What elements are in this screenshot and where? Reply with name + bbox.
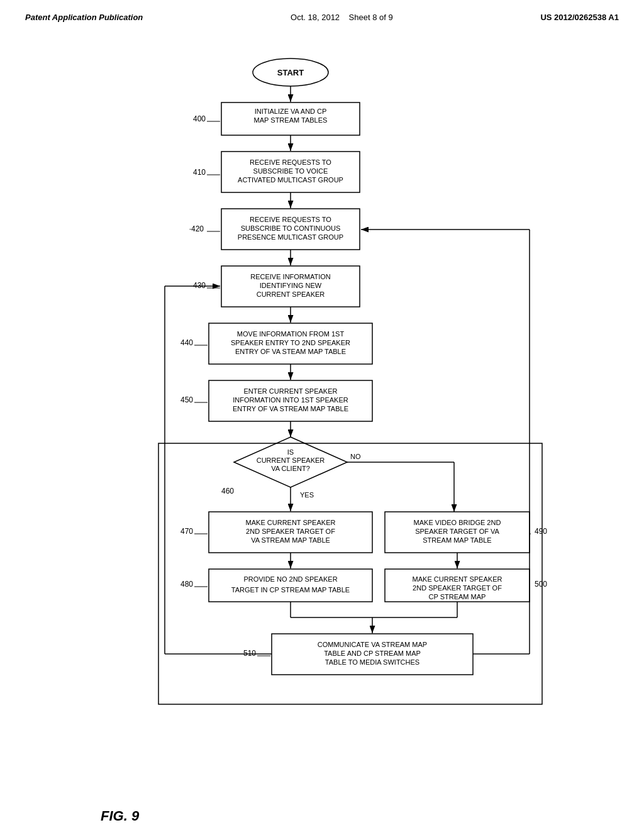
svg-text:TABLE TO MEDIA SWITCHES: TABLE TO MEDIA SWITCHES (325, 658, 419, 666)
svg-text:TABLE AND CP STREAM MAP: TABLE AND CP STREAM MAP (324, 650, 421, 657)
node-410-text: RECEIVE REQUESTS TO (250, 158, 331, 166)
diamond-line3: VA CLIENT? (271, 465, 310, 472)
diamond-line2: CURRENT SPEAKER (257, 456, 325, 464)
svg-text:2ND SPEAKER TARGET OF: 2ND SPEAKER TARGET OF (413, 584, 502, 592)
svg-rect-45 (209, 569, 372, 602)
svg-text:SUBSCRIBE TO VOICE: SUBSCRIBE TO VOICE (253, 167, 328, 175)
svg-text:VA STREAM MAP TABLE: VA STREAM MAP TABLE (251, 536, 330, 544)
page-header: Patent Application Publication Oct. 18, … (25, 13, 619, 22)
svg-text:ACTIVATED MULTICAST GROUP: ACTIVATED MULTICAST GROUP (238, 176, 343, 184)
svg-text:SPEAKER ENTRY TO 2ND SPEAKER: SPEAKER ENTRY TO 2ND SPEAKER (231, 339, 350, 346)
yes-label: YES (300, 491, 314, 499)
node-440-text: MOVE INFORMATION FROM 1ST (237, 330, 345, 338)
no-label: NO (350, 453, 361, 460)
svg-text:PRESENCE MULTICAST GROUP: PRESENCE MULTICAST GROUP (238, 233, 343, 241)
header-date-sheet: Oct. 18, 2012 Sheet 8 of 9 (291, 13, 393, 22)
node-450-text: ENTER CURRENT SPEAKER (244, 387, 338, 395)
svg-text:SUBSCRIBE TO CONTINUOUS: SUBSCRIBE TO CONTINUOUS (241, 224, 341, 232)
node-500-text: MAKE CURRENT SPEAKER (413, 575, 502, 583)
svg-text:MAP STREAM TABLES: MAP STREAM TABLES (254, 116, 328, 124)
label-490: 490 (535, 527, 547, 536)
svg-text:CURRENT SPEAKER: CURRENT SPEAKER (257, 290, 325, 298)
node-400-text: INITIALIZE VA AND CP (255, 108, 327, 115)
node-510-text: COMMUNICATE VA STREAM MAP (318, 641, 427, 648)
svg-text:TARGET IN CP STREAM MAP TABLE: TARGET IN CP STREAM MAP TABLE (231, 586, 350, 594)
node-490-text: MAKE VIDEO BRIDGE 2ND (414, 519, 501, 526)
node-420-text: RECEIVE REQUESTS TO (250, 216, 331, 223)
svg-text:IDENTIFYING NEW: IDENTIFYING NEW (260, 282, 322, 289)
svg-text:CP STREAM MAP: CP STREAM MAP (429, 593, 486, 600)
node-480-text: PROVIDE NO 2ND SPEAKER (243, 575, 337, 583)
flowchart-container: START INITIALIZE VA AND CP MAP STREAM TA… (25, 41, 619, 824)
svg-text:ENTRY OF VA STEAM MAP TABLE: ENTRY OF VA STEAM MAP TABLE (235, 348, 346, 355)
label-460: 460 (221, 487, 234, 495)
svg-text:INFORMATION INTO 1ST SPEAKER: INFORMATION INTO 1ST SPEAKER (233, 396, 348, 404)
node-430-text: RECEIVE INFORMATION (250, 273, 331, 280)
header-publication-label: Patent Application Publication (25, 13, 143, 22)
label-400: 400 (193, 114, 206, 123)
header-patent-number: US 2012/0262538 A1 (540, 13, 619, 22)
label-430: 430 (193, 281, 206, 290)
start-label: START (277, 68, 304, 77)
diamond-line1: IS (287, 448, 294, 456)
svg-text:STREAM MAP TABLE: STREAM MAP TABLE (423, 536, 491, 544)
svg-text:SPEAKER TARGET OF VA: SPEAKER TARGET OF VA (415, 528, 499, 535)
svg-text:2ND SPEAKER TARGET OF: 2ND SPEAKER TARGET OF (246, 528, 335, 535)
node-470-text: MAKE CURRENT SPEAKER (246, 519, 336, 526)
label-420: ·420 (189, 224, 204, 233)
label-440: 440 (180, 338, 193, 347)
page: Patent Application Publication Oct. 18, … (0, 0, 644, 830)
label-450: 450 (180, 396, 193, 404)
svg-text:ENTRY OF VA STREAM MAP TABLE: ENTRY OF VA STREAM MAP TABLE (233, 405, 348, 412)
label-510: 510 (243, 649, 256, 658)
figure-label: FIG. 9 (101, 808, 619, 824)
label-470: 470 (180, 527, 193, 536)
flowchart-svg: START INITIALIZE VA AND CP MAP STREAM TA… (77, 41, 567, 795)
label-480: 480 (180, 580, 193, 589)
label-500: 500 (535, 580, 547, 589)
label-410: 410 (193, 168, 206, 177)
